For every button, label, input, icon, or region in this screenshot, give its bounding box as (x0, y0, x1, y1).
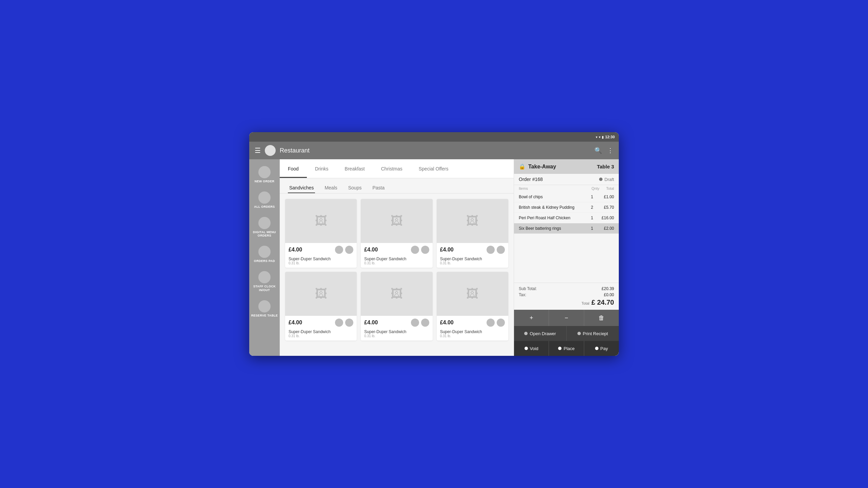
all-orders-icon (258, 191, 271, 204)
tab-breakfast[interactable]: Breakfast (337, 159, 373, 178)
subtab-meals[interactable]: Meals (323, 182, 338, 193)
sidebar-item-orders-pad[interactable]: ORDERS PAD (249, 242, 280, 267)
product-btn-2[interactable] (497, 246, 505, 254)
search-icon[interactable]: 🔍 (594, 147, 602, 154)
void-place-row: Void Place Pay (514, 341, 619, 356)
image-placeholder-icon: 🖼 (466, 287, 478, 301)
product-card[interactable]: 🖼 £4.00 Super-Duper Sandwich 0.31 lb. (361, 272, 432, 341)
product-btn-2[interactable] (345, 246, 353, 254)
tax-label: Tax: (519, 292, 526, 297)
product-footer: £4.00 (285, 316, 357, 329)
order-table-label: Table 3 (597, 164, 614, 169)
product-price: £4.00 (440, 320, 454, 326)
avatar (265, 145, 276, 156)
order-items-header: Items Qnty Total (514, 185, 619, 192)
image-placeholder-icon: 🖼 (391, 214, 403, 228)
sidebar: NEW ORDER ALL ORDERS DIGITAL MENU ORDERS… (249, 159, 280, 356)
sidebar-item-staff-clock[interactable]: STAFF CLOCK IN/OUT (249, 267, 280, 296)
tab-christmas[interactable]: Christmas (373, 159, 411, 178)
item-total: £5.70 (597, 205, 614, 210)
product-image: 🖼 (437, 199, 508, 243)
image-placeholder-icon: 🖼 (391, 287, 403, 301)
reserve-table-label: RESERVE TABLE (251, 314, 278, 318)
order-item[interactable]: Bowl of chips 1 £1.00 (514, 192, 619, 202)
product-card[interactable]: 🖼 £4.00 Super-Duper Sandwich 0.31 lb. (437, 272, 508, 341)
product-card[interactable]: 🖼 £4.00 Super-Duper Sandwich 0.31 lb. (285, 272, 357, 341)
order-item-selected[interactable]: Six Beer battering rings 1 £2.00 (514, 223, 619, 234)
image-placeholder-icon: 🖼 (315, 214, 327, 228)
col-qnty: Qnty (592, 186, 599, 190)
pay-button[interactable]: Pay (584, 341, 619, 356)
order-item[interactable]: British steak & Kidney Pudding 2 £5.70 (514, 202, 619, 213)
tab-food[interactable]: Food (280, 159, 307, 178)
delete-icon: 🗑 (598, 314, 605, 322)
all-orders-label: ALL ORDERS (254, 205, 275, 209)
col-items: Items (519, 186, 528, 190)
product-actions (487, 319, 505, 327)
subtab-sandwiches[interactable]: Sandviches (288, 182, 315, 193)
item-name: Bowl of chips (519, 195, 587, 199)
product-image: 🖼 (361, 199, 432, 243)
subtract-button[interactable]: − (549, 310, 584, 326)
product-btn-2[interactable] (497, 319, 505, 327)
product-btn-2[interactable] (421, 246, 429, 254)
order-status: Draft (599, 177, 614, 182)
sidebar-item-reserve-table[interactable]: RESERVE TABLE (249, 296, 280, 322)
void-dot (525, 347, 528, 350)
print-receipt-dot (577, 332, 581, 335)
tab-special-offers[interactable]: Special Offers (411, 159, 457, 178)
sidebar-item-digital-menu[interactable]: DIGITAL MENU ORDERS (249, 213, 280, 242)
more-icon[interactable]: ⋮ (607, 147, 613, 154)
product-btn-2[interactable] (345, 319, 353, 327)
open-drawer-button[interactable]: Open Drawer (514, 326, 567, 341)
product-btn-1[interactable] (487, 246, 495, 254)
place-button[interactable]: Place (549, 341, 584, 356)
place-dot (558, 347, 561, 350)
product-info: Super-Duper Sandwich 0.31 lb. (285, 257, 357, 268)
subtab-soups[interactable]: Soups (347, 182, 363, 193)
product-btn-1[interactable] (335, 319, 343, 327)
product-btn-2[interactable] (421, 319, 429, 327)
battery-icon: ▮ (602, 135, 604, 139)
app-title: Restaurant (280, 147, 590, 154)
item-name: Peri Peri Roast Half Chicken (519, 216, 587, 220)
wifi-icon: ▾ (596, 135, 597, 139)
product-actions (411, 246, 429, 254)
product-btn-1[interactable] (487, 319, 495, 327)
product-info: Super-Duper Sandwich 0.31 lb. (285, 329, 357, 341)
order-item[interactable]: Peri Peri Roast Half Chicken 1 £16.00 (514, 213, 619, 223)
add-button[interactable]: + (514, 310, 549, 326)
product-name: Super-Duper Sandwich (364, 329, 429, 334)
menu-icon[interactable]: ☰ (255, 146, 261, 155)
status-time: 12:30 (605, 135, 615, 139)
status-label: Draft (605, 177, 614, 182)
order-meta: Order #168 Draft (514, 174, 619, 185)
product-btn-1[interactable] (411, 319, 419, 327)
product-image: 🖼 (285, 272, 357, 316)
sidebar-item-all-orders[interactable]: ALL ORDERS (249, 187, 280, 213)
product-name: Super-Duper Sandwich (289, 257, 353, 261)
staff-clock-icon (258, 271, 271, 283)
delete-button[interactable]: 🗑 (584, 310, 619, 326)
product-card[interactable]: 🖼 £4.00 Super-Duper Sandwich 0.31 lb. (437, 199, 508, 268)
product-card[interactable]: 🖼 £4.00 Super-Duper Sandwich 0.31 lb. (361, 199, 432, 268)
subtotal-value: £20.39 (601, 286, 614, 291)
orders-pad-icon (258, 246, 271, 258)
print-receipt-button[interactable]: Print Reciept (567, 326, 619, 341)
tab-drinks[interactable]: Drinks (307, 159, 337, 178)
new-order-icon (258, 166, 271, 178)
status-dot (599, 178, 603, 181)
subtab-pasta[interactable]: Pasta (371, 182, 386, 193)
void-button[interactable]: Void (514, 341, 549, 356)
product-price: £4.00 (289, 320, 302, 326)
sub-tabs: Sandviches Meals Soups Pasta (280, 178, 514, 194)
item-total: £2.00 (597, 226, 614, 231)
col-total: Total (606, 186, 614, 190)
product-actions (487, 246, 505, 254)
order-totals: Sub Total: £20.39 Tax: £0.00 Total £ 24.… (514, 283, 619, 310)
sidebar-item-new-order[interactable]: NEW ORDER (249, 162, 280, 187)
product-btn-1[interactable] (411, 246, 419, 254)
product-btn-1[interactable] (335, 246, 343, 254)
item-name: British steak & Kidney Pudding (519, 205, 587, 210)
product-card[interactable]: 🖼 £4.00 Super-Duper Sandwich 0.31 lb. (285, 199, 357, 268)
